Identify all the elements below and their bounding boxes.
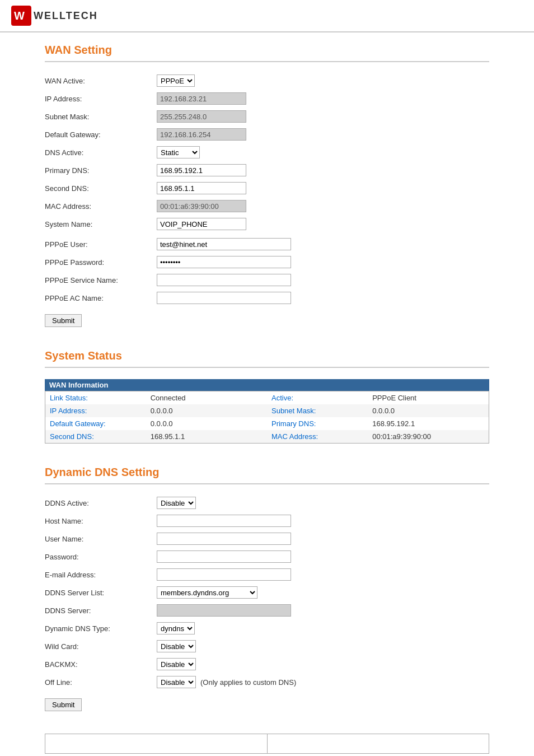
wan-submit-button[interactable]: Submit (45, 314, 82, 327)
ddns-active-label: DDNS Active: (45, 499, 157, 507)
off-line-row: Off Line: Disable Enable (Only applies t… (45, 675, 489, 689)
off-line-note: (Only applies to custom DNS) (200, 678, 296, 687)
sdns-label: Second DNS: (45, 430, 146, 444)
ip-value: 0.0.0.0 (146, 404, 267, 417)
active-value: PPPoE Client (368, 391, 489, 405)
off-line-select[interactable]: Disable Enable (157, 676, 196, 688)
ip-label: IP Address: (45, 404, 146, 417)
pppoe-ac-name-input[interactable] (157, 292, 291, 304)
backmx-row: BACKMX: Disable Enable (45, 657, 489, 671)
wan-setting-title: WAN Setting (45, 44, 489, 57)
wild-card-label: Wild Card: (45, 642, 157, 651)
primary-dns-input[interactable] (157, 164, 246, 176)
mac-value: 00:01:a9:39:90:00 (368, 430, 489, 444)
ddns-server-list-row: DDNS Server List: members.dyndns.org (45, 585, 489, 600)
footer-row (45, 734, 489, 754)
pppoe-service-name-input[interactable] (157, 274, 291, 286)
pppoe-user-row: PPPoE User: (45, 237, 489, 251)
wild-card-select[interactable]: Disable Enable (157, 640, 196, 652)
pppoe-user-input[interactable] (157, 238, 291, 250)
wan-info-header: WAN Information (45, 379, 489, 391)
backmx-select[interactable]: Disable Enable (157, 658, 196, 670)
pppoe-service-name-row: PPPoE Service Name: (45, 273, 489, 287)
footer-cell-right (267, 734, 489, 754)
dynamic-dns-type-label: Dynamic DNS Type: (45, 624, 157, 633)
svg-text:W: W (14, 10, 25, 22)
default-gateway-label: Default Gateway: (45, 130, 157, 139)
logo: W WELLTECH (11, 6, 523, 26)
gw-value: 0.0.0.0 (146, 417, 267, 430)
dynamic-dns-type-select[interactable]: dyndns custom static (157, 622, 195, 634)
second-dns-row: Second DNS: (45, 181, 489, 195)
wan-active-label: WAN Active: (45, 77, 157, 85)
pppoe-user-label: PPPoE User: (45, 240, 157, 249)
dns-active-select[interactable]: Static Dynamic (157, 146, 200, 158)
second-dns-input[interactable] (157, 182, 246, 194)
ddns-server-list-select[interactable]: members.dyndns.org (157, 586, 257, 599)
mac-address-label: MAC Address: (45, 202, 157, 211)
wan-active-row: WAN Active: PPPoE Static DHCP (45, 73, 489, 88)
system-status-section: System Status WAN Information Link Statu… (45, 349, 489, 444)
second-dns-label: Second DNS: (45, 184, 157, 193)
system-name-input[interactable] (157, 218, 246, 230)
table-row: IP Address: 0.0.0.0 Subnet Mask: 0.0.0.0 (45, 404, 489, 417)
ddns-active-row: DDNS Active: Disable Enable (45, 496, 489, 510)
mac-address-input[interactable] (157, 200, 246, 212)
ddns-server-row: DDNS Server: (45, 603, 489, 618)
pppoe-section: PPPoE User: PPPoE Password: PPPoE Servic… (45, 237, 489, 305)
gw-label: Default Gateway: (45, 417, 146, 430)
subnet-label: Subnet Mask: (267, 404, 368, 417)
system-name-row: System Name: (45, 217, 489, 231)
default-gateway-input[interactable] (157, 128, 246, 141)
ip-address-label: IP Address: (45, 95, 157, 103)
mac-label: MAC Address: (267, 430, 368, 444)
primary-dns-row: Primary DNS: (45, 163, 489, 178)
system-name-label: System Name: (45, 220, 157, 228)
host-name-row: Host Name: (45, 514, 489, 528)
email-input[interactable] (157, 568, 291, 581)
link-status-label: Link Status: (45, 391, 146, 405)
ddns-section: Dynamic DNS Setting DDNS Active: Disable… (45, 466, 489, 711)
subnet-mask-input[interactable] (157, 110, 246, 123)
wan-setting-section: WAN Setting WAN Active: PPPoE Static DHC… (45, 44, 489, 327)
ddns-server-label: DDNS Server: (45, 606, 157, 615)
ddns-title: Dynamic DNS Setting (45, 466, 489, 479)
pppoe-password-input[interactable] (157, 256, 291, 268)
ddns-active-select[interactable]: Disable Enable (157, 497, 196, 509)
footer-table (45, 734, 489, 754)
pppoe-service-name-label: PPPoE Service Name: (45, 276, 157, 284)
password-label: Password: (45, 553, 157, 561)
pdns-value: 168.95.192.1 (368, 417, 489, 430)
primary-dns-label: Primary DNS: (45, 166, 157, 175)
ddns-server-input[interactable] (157, 604, 291, 617)
password-input[interactable] (157, 550, 291, 563)
footer-cell-left (45, 734, 268, 754)
wild-card-row: Wild Card: Disable Enable (45, 639, 489, 654)
pppoe-ac-name-row: PPPoE AC Name: (45, 291, 489, 305)
ip-address-row: IP Address: (45, 91, 489, 106)
system-status-title: System Status (45, 349, 489, 362)
table-row: Default Gateway: 0.0.0.0 Primary DNS: 16… (45, 417, 489, 430)
ddns-server-list-label: DDNS Server List: (45, 589, 157, 597)
subnet-value: 0.0.0.0 (368, 404, 489, 417)
dynamic-dns-type-row: Dynamic DNS Type: dyndns custom static (45, 621, 489, 636)
ddns-submit-button[interactable]: Submit (45, 698, 82, 711)
link-status-value: Connected (146, 391, 267, 405)
dns-active-row: DNS Active: Static Dynamic (45, 145, 489, 160)
host-name-label: Host Name: (45, 517, 157, 525)
ip-address-input[interactable] (157, 92, 246, 105)
ddns-form: DDNS Active: Disable Enable Host Name: U… (45, 496, 489, 711)
active-label: Active: (267, 391, 368, 405)
wan-form: WAN Active: PPPoE Static DHCP IP Address… (45, 73, 489, 327)
email-label: E-mail Address: (45, 571, 157, 579)
host-name-input[interactable] (157, 515, 291, 527)
wan-active-select[interactable]: PPPoE Static DHCP (157, 74, 195, 87)
password-row: Password: (45, 549, 489, 564)
email-row: E-mail Address: (45, 567, 489, 582)
user-name-input[interactable] (157, 533, 291, 545)
status-table: Link Status: Connected Active: PPPoE Cli… (45, 391, 489, 444)
table-row: Link Status: Connected Active: PPPoE Cli… (45, 391, 489, 405)
dns-active-label: DNS Active: (45, 148, 157, 157)
backmx-label: BACKMX: (45, 660, 157, 669)
logo-text: WELLTECH (34, 10, 98, 22)
